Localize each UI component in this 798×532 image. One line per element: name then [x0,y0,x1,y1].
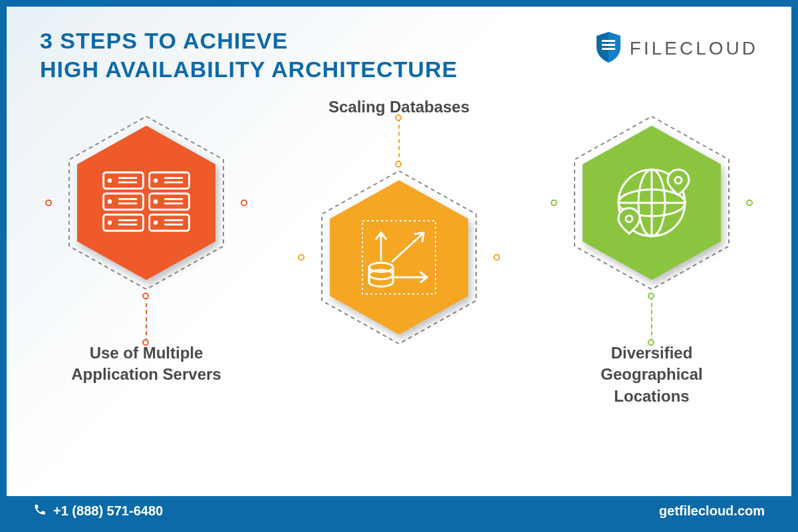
hexagon-1 [53,110,239,296]
connector-dot [648,339,654,346]
step-3-label: Diversified Geographical Locations [572,342,732,407]
connector-3 [651,296,652,342]
connector-dot [648,293,654,299]
svg-point-16 [154,221,157,224]
diagram-content: Use of Multiple Application Servers Scal… [7,90,791,482]
brand-name: FILECLOUD [630,38,758,59]
svg-point-12 [154,180,157,182]
svg-point-11 [108,180,111,182]
svg-rect-2 [602,48,615,50]
filecloud-shield-icon [594,31,623,66]
phone-number: +1 (888) 571-6480 [53,503,163,519]
step-1: Use of Multiple Application Servers [40,110,253,386]
connector-dot [45,200,52,206]
step-2: Scaling Databases [293,96,505,350]
scale-database-icon [352,211,446,304]
svg-point-15 [108,221,111,224]
footer-url: getfilecloud.com [659,503,765,519]
title-line-2: HIGH AVAILABILITY ARCHITECTURE [40,57,458,82]
connector-dot [493,254,500,261]
connector-dot [241,200,247,206]
connector-dot [395,114,402,121]
svg-rect-1 [602,44,615,46]
footer: +1 (888) 571-6480 getfilecloud.com [7,496,791,525]
header: 3 STEPS TO ACHIEVE HIGH AVAILABILITY ARC… [7,7,791,90]
hexagon-3 [559,110,745,296]
phone-icon [33,503,47,519]
connector-2 [398,118,400,164]
page-title: 3 STEPS TO ACHIEVE HIGH AVAILABILITY ARC… [40,27,458,83]
infographic-frame: 3 STEPS TO ACHIEVE HIGH AVAILABILITY ARC… [7,7,791,525]
connector-dot [142,293,149,299]
step-3: Diversified Geographical Locations [545,110,758,407]
svg-point-13 [108,200,111,203]
title-line-1: 3 STEPS TO ACHIEVE [40,28,288,53]
connector-dot [746,200,753,206]
svg-line-36 [392,234,422,262]
brand-logo: FILECLOUD [594,31,758,66]
svg-point-14 [154,200,157,203]
footer-phone: +1 (888) 571-6480 [33,503,163,519]
globe-pins-icon [605,156,698,249]
connector-dot [142,339,149,346]
hexagon-2 [306,164,492,350]
connector-1 [146,296,147,342]
svg-rect-0 [602,40,615,42]
connector-dot [298,254,305,261]
servers-icon [100,156,193,249]
connector-dot [551,200,557,206]
step-1-label: Use of Multiple Application Servers [66,342,226,386]
